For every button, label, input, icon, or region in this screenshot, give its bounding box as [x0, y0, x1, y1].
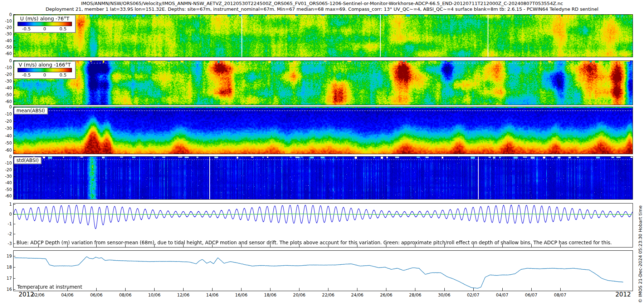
- y-tick-label: -40: [0, 133, 12, 138]
- mean-absi-label: mean(ABSI): [14, 107, 48, 114]
- y-tick-label: 18: [0, 265, 12, 270]
- x-tick-label: 24/06: [351, 293, 364, 298]
- y-tick-label: -10: [0, 19, 12, 24]
- y-tick-label: 0: [0, 212, 12, 217]
- y-tick-label: -50: [0, 45, 12, 50]
- panel-std-absi: std(ABSI): [13, 156, 633, 200]
- x-tick-label: 16/06: [235, 293, 248, 298]
- u-colorbar-gradient: [18, 22, 72, 26]
- colorbar-tick-label: 0: [43, 26, 46, 31]
- colorbar-tick-label: 0: [43, 72, 46, 78]
- y-tick-label: -50: [0, 141, 12, 146]
- y-tick-label: -50: [0, 92, 12, 97]
- y-tick-label: 0: [0, 154, 12, 159]
- y-tick-label: -40: [0, 38, 12, 43]
- u-velocity-heatmap-canvas: [14, 15, 633, 57]
- panel-temperature: Temperature at instrument: [13, 250, 633, 291]
- x-tick-label: 22/06: [322, 293, 335, 298]
- temperature-plot-canvas: [14, 251, 633, 291]
- y-tick-label: 17: [0, 276, 12, 281]
- y-tick-label: 16: [0, 287, 12, 292]
- y-tick-label: -60: [0, 51, 12, 56]
- colorbar-tick-label: -0.5: [22, 26, 31, 31]
- x-axis-year-right: 2012: [615, 291, 631, 298]
- y-tick-label: -50: [0, 187, 12, 192]
- y-tick-label: 0: [0, 104, 12, 109]
- y-tick-label: -40: [0, 180, 12, 185]
- v-velocity-heatmap-canvas: [14, 61, 633, 105]
- mean-absi-heatmap-canvas: [14, 107, 633, 154]
- v-colorbar-legend: V (m/s) along -166°T -0.5 0 0.5: [14, 61, 75, 79]
- y-tick-label: -60: [0, 193, 12, 198]
- y-tick-label: -30: [0, 174, 12, 179]
- x-tick-label: 02/06: [32, 293, 45, 298]
- panel-mean-absi: mean(ABSI): [13, 107, 633, 154]
- y-tick-label: -60: [0, 148, 12, 153]
- u-colorbar-tick-row: -0.5 0 0.5: [16, 26, 73, 31]
- x-tick-label: 06/06: [90, 293, 103, 298]
- colorbar-tick-label: -0.5: [22, 72, 31, 78]
- x-tick-label: 28/06: [409, 293, 421, 298]
- x-tick-label: 30/06: [438, 293, 450, 298]
- panel-u-velocity: U (m/s) along -76°T -0.5 0 0.5: [13, 14, 633, 57]
- y-tick-label: 1: [0, 202, 12, 207]
- x-tick-label: 02/07: [467, 293, 479, 298]
- u-colorbar-legend: U (m/s) along -76°T -0.5 0 0.5: [14, 15, 75, 33]
- v-colorbar-title: V (m/s) along -166°T: [16, 62, 73, 68]
- x-tick-label: 04/07: [496, 293, 508, 298]
- y-tick-label: -20: [0, 119, 12, 124]
- v-colorbar-gradient: [18, 68, 72, 72]
- x-tick-label: 08/07: [554, 293, 566, 298]
- temperature-label: Temperature at instrument: [17, 284, 82, 290]
- copyright-watermark: © IMOS 21-Dec-2024 05:23:30 Hobart time: [638, 205, 643, 303]
- figure-title: IMOS/ANMN/NSW/ORS065/Velocity/IMOS_ANMN-…: [0, 1, 644, 6]
- v-colorbar-tick-row: -0.5 0 0.5: [16, 72, 73, 78]
- y-tick-label: -2: [0, 231, 12, 236]
- x-tick-label: 08/06: [119, 293, 132, 298]
- x-tick-label: 26/06: [380, 293, 392, 298]
- u-colorbar-title: U (m/s) along -76°T: [16, 16, 73, 21]
- adcp-deployment-figure: IMOS/ANMN/NSW/ORS065/Velocity/IMOS_ANMN-…: [0, 0, 644, 304]
- depth-variation-annotation: Blue: ADCP Depth (m) variation from sens…: [16, 240, 612, 245]
- x-tick-label: 20/06: [293, 293, 306, 298]
- y-tick-label: -60: [0, 99, 12, 104]
- y-tick-label: -30: [0, 31, 12, 36]
- figure-subtitle: Deployment 21, member 1 lat=33.9S lon=15…: [0, 6, 644, 12]
- panel-depth-variation: Blue: ADCP Depth (m) variation from sens…: [13, 203, 633, 247]
- colorbar-tick-label: 0.5: [59, 72, 67, 78]
- x-tick-label: 06/07: [525, 293, 537, 298]
- y-tick-label: -20: [0, 25, 12, 30]
- std-absi-heatmap-canvas: [14, 157, 633, 199]
- panel-v-velocity: V (m/s) along -166°T -0.5 0 0.5: [13, 60, 633, 105]
- y-tick-label: -10: [0, 112, 12, 117]
- x-tick-label: 10/06: [148, 293, 161, 298]
- y-tick-label: -10: [0, 161, 12, 166]
- y-tick-label: 0: [0, 58, 12, 63]
- y-tick-label: -20: [0, 167, 12, 172]
- y-tick-label: -30: [0, 126, 12, 131]
- y-tick-label: -3: [0, 241, 12, 246]
- y-tick-label: 19: [0, 254, 12, 259]
- std-absi-label: std(ABSI): [14, 157, 41, 164]
- y-tick-label: -20: [0, 72, 12, 77]
- x-tick-label: 12/06: [177, 293, 190, 298]
- y-tick-label: -1: [0, 221, 12, 226]
- y-tick-label: 0: [0, 12, 12, 17]
- x-tick-label: 04/06: [61, 293, 74, 298]
- y-tick-label: -40: [0, 85, 12, 90]
- y-tick-label: -10: [0, 65, 12, 70]
- x-axis-year-left: 2012: [19, 291, 34, 298]
- x-tick-label: 18/06: [264, 293, 277, 298]
- y-tick-label: -30: [0, 79, 12, 84]
- colorbar-tick-label: 0.5: [59, 26, 67, 31]
- x-tick-label: 14/06: [206, 293, 219, 298]
